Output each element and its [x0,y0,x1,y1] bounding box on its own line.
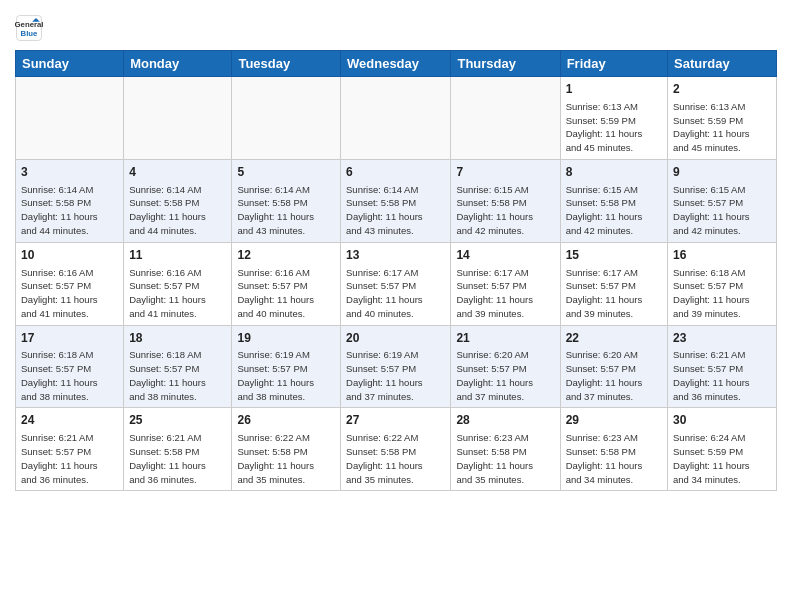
calendar-cell: 28Sunrise: 6:23 AM Sunset: 5:58 PM Dayli… [451,408,560,491]
day-number: 5 [237,164,335,181]
day-number: 6 [346,164,445,181]
calendar-cell: 22Sunrise: 6:20 AM Sunset: 5:57 PM Dayli… [560,325,667,408]
day-info: Sunrise: 6:13 AM Sunset: 5:59 PM Dayligh… [566,100,662,155]
day-info: Sunrise: 6:23 AM Sunset: 5:58 PM Dayligh… [566,431,662,486]
weekday-header-friday: Friday [560,51,667,77]
day-info: Sunrise: 6:16 AM Sunset: 5:57 PM Dayligh… [129,266,226,321]
calendar-cell: 17Sunrise: 6:18 AM Sunset: 5:57 PM Dayli… [16,325,124,408]
calendar-cell: 12Sunrise: 6:16 AM Sunset: 5:57 PM Dayli… [232,242,341,325]
day-number: 10 [21,247,118,264]
day-number: 8 [566,164,662,181]
calendar-cell: 19Sunrise: 6:19 AM Sunset: 5:57 PM Dayli… [232,325,341,408]
day-number: 24 [21,412,118,429]
day-number: 13 [346,247,445,264]
day-number: 29 [566,412,662,429]
day-number: 12 [237,247,335,264]
calendar-cell: 10Sunrise: 6:16 AM Sunset: 5:57 PM Dayli… [16,242,124,325]
calendar-cell: 14Sunrise: 6:17 AM Sunset: 5:57 PM Dayli… [451,242,560,325]
day-number: 1 [566,81,662,98]
day-number: 9 [673,164,771,181]
weekday-header-tuesday: Tuesday [232,51,341,77]
day-info: Sunrise: 6:18 AM Sunset: 5:57 PM Dayligh… [21,348,118,403]
day-info: Sunrise: 6:17 AM Sunset: 5:57 PM Dayligh… [566,266,662,321]
header: General Blue [15,10,777,42]
day-number: 17 [21,330,118,347]
day-info: Sunrise: 6:18 AM Sunset: 5:57 PM Dayligh… [129,348,226,403]
day-info: Sunrise: 6:20 AM Sunset: 5:57 PM Dayligh… [456,348,554,403]
day-info: Sunrise: 6:14 AM Sunset: 5:58 PM Dayligh… [237,183,335,238]
calendar-cell: 9Sunrise: 6:15 AM Sunset: 5:57 PM Daylig… [668,159,777,242]
weekday-header-monday: Monday [124,51,232,77]
day-number: 22 [566,330,662,347]
day-number: 15 [566,247,662,264]
day-number: 2 [673,81,771,98]
week-row-2: 3Sunrise: 6:14 AM Sunset: 5:58 PM Daylig… [16,159,777,242]
day-number: 18 [129,330,226,347]
day-info: Sunrise: 6:14 AM Sunset: 5:58 PM Dayligh… [21,183,118,238]
day-number: 16 [673,247,771,264]
day-number: 14 [456,247,554,264]
day-info: Sunrise: 6:19 AM Sunset: 5:57 PM Dayligh… [237,348,335,403]
calendar-cell [124,77,232,160]
weekday-header-saturday: Saturday [668,51,777,77]
day-info: Sunrise: 6:21 AM Sunset: 5:57 PM Dayligh… [673,348,771,403]
day-number: 4 [129,164,226,181]
weekday-header-thursday: Thursday [451,51,560,77]
calendar-cell: 29Sunrise: 6:23 AM Sunset: 5:58 PM Dayli… [560,408,667,491]
calendar-cell: 26Sunrise: 6:22 AM Sunset: 5:58 PM Dayli… [232,408,341,491]
weekday-header-wednesday: Wednesday [341,51,451,77]
day-number: 23 [673,330,771,347]
day-info: Sunrise: 6:22 AM Sunset: 5:58 PM Dayligh… [346,431,445,486]
week-row-4: 17Sunrise: 6:18 AM Sunset: 5:57 PM Dayli… [16,325,777,408]
day-info: Sunrise: 6:21 AM Sunset: 5:57 PM Dayligh… [21,431,118,486]
day-number: 26 [237,412,335,429]
day-info: Sunrise: 6:24 AM Sunset: 5:59 PM Dayligh… [673,431,771,486]
logo: General Blue [15,14,45,42]
svg-text:Blue: Blue [21,29,39,38]
day-info: Sunrise: 6:19 AM Sunset: 5:57 PM Dayligh… [346,348,445,403]
calendar-cell: 15Sunrise: 6:17 AM Sunset: 5:57 PM Dayli… [560,242,667,325]
calendar-cell: 30Sunrise: 6:24 AM Sunset: 5:59 PM Dayli… [668,408,777,491]
day-number: 30 [673,412,771,429]
day-info: Sunrise: 6:20 AM Sunset: 5:57 PM Dayligh… [566,348,662,403]
week-row-5: 24Sunrise: 6:21 AM Sunset: 5:57 PM Dayli… [16,408,777,491]
day-number: 7 [456,164,554,181]
weekday-header-sunday: Sunday [16,51,124,77]
calendar-cell: 11Sunrise: 6:16 AM Sunset: 5:57 PM Dayli… [124,242,232,325]
day-number: 11 [129,247,226,264]
day-info: Sunrise: 6:18 AM Sunset: 5:57 PM Dayligh… [673,266,771,321]
calendar-cell: 24Sunrise: 6:21 AM Sunset: 5:57 PM Dayli… [16,408,124,491]
calendar-cell: 23Sunrise: 6:21 AM Sunset: 5:57 PM Dayli… [668,325,777,408]
weekday-header-row: SundayMondayTuesdayWednesdayThursdayFrid… [16,51,777,77]
calendar-cell: 18Sunrise: 6:18 AM Sunset: 5:57 PM Dayli… [124,325,232,408]
calendar-cell: 7Sunrise: 6:15 AM Sunset: 5:58 PM Daylig… [451,159,560,242]
day-number: 3 [21,164,118,181]
calendar-cell: 3Sunrise: 6:14 AM Sunset: 5:58 PM Daylig… [16,159,124,242]
calendar-cell [451,77,560,160]
calendar-cell: 16Sunrise: 6:18 AM Sunset: 5:57 PM Dayli… [668,242,777,325]
day-info: Sunrise: 6:14 AM Sunset: 5:58 PM Dayligh… [129,183,226,238]
calendar: SundayMondayTuesdayWednesdayThursdayFrid… [15,50,777,491]
calendar-cell: 5Sunrise: 6:14 AM Sunset: 5:58 PM Daylig… [232,159,341,242]
calendar-cell [341,77,451,160]
calendar-cell: 2Sunrise: 6:13 AM Sunset: 5:59 PM Daylig… [668,77,777,160]
day-number: 27 [346,412,445,429]
calendar-cell: 4Sunrise: 6:14 AM Sunset: 5:58 PM Daylig… [124,159,232,242]
day-info: Sunrise: 6:15 AM Sunset: 5:58 PM Dayligh… [456,183,554,238]
calendar-cell [232,77,341,160]
day-info: Sunrise: 6:14 AM Sunset: 5:58 PM Dayligh… [346,183,445,238]
day-number: 19 [237,330,335,347]
day-info: Sunrise: 6:16 AM Sunset: 5:57 PM Dayligh… [237,266,335,321]
day-number: 21 [456,330,554,347]
calendar-cell: 8Sunrise: 6:15 AM Sunset: 5:58 PM Daylig… [560,159,667,242]
day-info: Sunrise: 6:16 AM Sunset: 5:57 PM Dayligh… [21,266,118,321]
day-number: 25 [129,412,226,429]
week-row-3: 10Sunrise: 6:16 AM Sunset: 5:57 PM Dayli… [16,242,777,325]
day-info: Sunrise: 6:17 AM Sunset: 5:57 PM Dayligh… [346,266,445,321]
day-number: 20 [346,330,445,347]
day-info: Sunrise: 6:21 AM Sunset: 5:58 PM Dayligh… [129,431,226,486]
calendar-cell: 1Sunrise: 6:13 AM Sunset: 5:59 PM Daylig… [560,77,667,160]
day-info: Sunrise: 6:13 AM Sunset: 5:59 PM Dayligh… [673,100,771,155]
day-info: Sunrise: 6:15 AM Sunset: 5:57 PM Dayligh… [673,183,771,238]
calendar-cell: 20Sunrise: 6:19 AM Sunset: 5:57 PM Dayli… [341,325,451,408]
